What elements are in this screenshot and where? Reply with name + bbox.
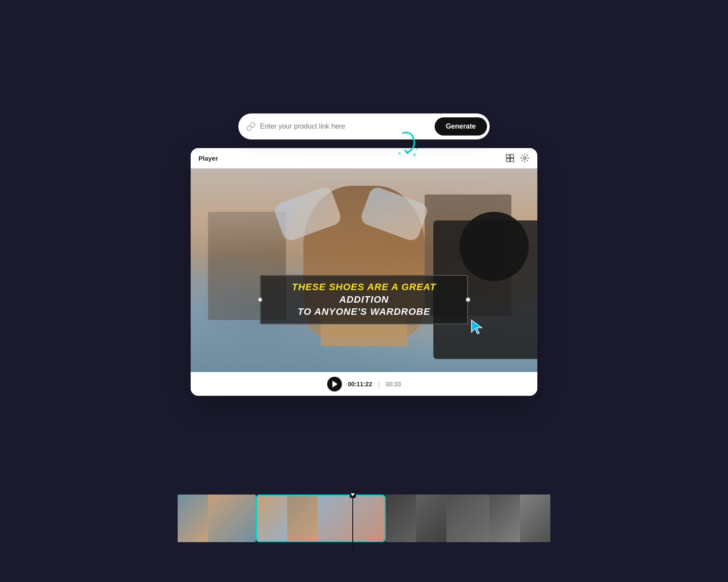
thumb-4 bbox=[287, 496, 318, 541]
svg-point-2 bbox=[416, 148, 418, 150]
timeline-playhead[interactable] bbox=[350, 492, 356, 550]
thumb-10 bbox=[520, 495, 550, 542]
subtitle-line2: TO ANYONE'S WARDROBE bbox=[298, 306, 430, 317]
timeline-segment-4[interactable] bbox=[490, 495, 550, 542]
bg-camera-lens bbox=[459, 212, 529, 281]
playhead-marker bbox=[350, 492, 356, 498]
timeline-segment-2[interactable] bbox=[256, 495, 386, 542]
url-bar: Generate bbox=[238, 113, 490, 139]
thumb-7 bbox=[416, 495, 446, 542]
video-area: THESE SHOES ARE A GREAT ADDITION TO ANYO… bbox=[191, 168, 537, 372]
subtitle-yellow-part: THESE SHOES ARE A GREAT bbox=[292, 281, 436, 292]
svg-point-0 bbox=[399, 152, 401, 155]
timeline-segment-1[interactable] bbox=[178, 495, 256, 542]
svg-point-7 bbox=[523, 157, 526, 159]
play-button[interactable] bbox=[327, 377, 342, 391]
generate-button[interactable]: Generate bbox=[435, 117, 487, 136]
time-divider: | bbox=[378, 381, 380, 388]
timeline[interactable] bbox=[178, 495, 550, 542]
settings-icon[interactable] bbox=[520, 153, 530, 163]
svg-rect-6 bbox=[510, 158, 514, 162]
svg-point-1 bbox=[413, 153, 416, 156]
player-title: Player bbox=[198, 155, 218, 162]
svg-marker-8 bbox=[351, 493, 355, 496]
arrow-decoration bbox=[390, 126, 425, 163]
subtitle-handle-left[interactable] bbox=[257, 297, 263, 302]
layout-icon[interactable] bbox=[505, 153, 515, 163]
cursor-arrow bbox=[470, 318, 485, 337]
play-icon bbox=[332, 381, 338, 388]
thumb-2 bbox=[208, 495, 256, 542]
player-header: Player bbox=[191, 148, 537, 168]
thumb-1 bbox=[178, 495, 208, 542]
svg-rect-4 bbox=[510, 155, 514, 158]
svg-rect-5 bbox=[507, 158, 510, 162]
link-icon bbox=[246, 122, 256, 131]
thumb-6 bbox=[386, 495, 416, 542]
subtitle-box[interactable]: THESE SHOES ARE A GREAT ADDITION TO ANYO… bbox=[260, 275, 468, 324]
thumb-3 bbox=[257, 496, 287, 541]
svg-rect-3 bbox=[507, 155, 510, 158]
subtitle-text: THESE SHOES ARE A GREAT ADDITION TO ANYO… bbox=[271, 281, 457, 318]
player-controls: 00:11:22 | 00:33 bbox=[191, 372, 537, 396]
timeline-segment-3[interactable] bbox=[386, 495, 490, 542]
video-scene: THESE SHOES ARE A GREAT ADDITION TO ANYO… bbox=[191, 168, 537, 372]
subtitle-handle-right[interactable] bbox=[465, 297, 471, 302]
subtitle-white-part: ADDITION bbox=[339, 294, 389, 305]
scene-wrapper: Generate Player bbox=[169, 96, 559, 486]
player-card: Player bbox=[191, 148, 537, 396]
thumb-8 bbox=[446, 495, 490, 542]
current-time: 00:11:22 bbox=[348, 381, 372, 388]
total-time: 00:33 bbox=[386, 381, 401, 388]
thumb-9 bbox=[490, 495, 520, 542]
playhead-line bbox=[352, 498, 353, 550]
player-header-icons bbox=[505, 153, 530, 163]
